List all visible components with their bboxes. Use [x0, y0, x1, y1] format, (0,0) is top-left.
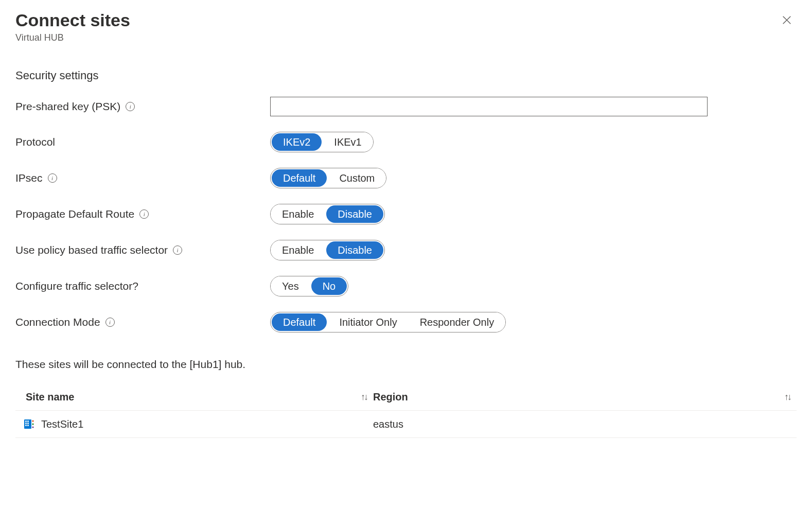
toggle-propagate: Enable Disable: [270, 204, 385, 224]
row-connection-mode: Connection Mode i Default Initiator Only…: [15, 312, 797, 332]
cell-site-name: TestSite1: [15, 418, 373, 430]
svg-point-10: [32, 424, 34, 425]
toggle-policy-disable[interactable]: Disable: [326, 241, 383, 259]
header-site-name[interactable]: Site name ↑↓: [15, 391, 373, 403]
label-propagate-text: Propagate Default Route: [15, 208, 134, 220]
label-ipsec-text: IPsec: [15, 172, 43, 184]
svg-rect-4: [27, 421, 29, 422]
table-row[interactable]: TestSite1 eastus: [15, 411, 797, 438]
sort-icon: ↑↓: [784, 392, 790, 402]
label-psk-text: Pre-shared key (PSK): [15, 100, 120, 113]
toggle-ipsec: Default Custom: [270, 168, 386, 188]
label-configure-selector: Configure traffic selector?: [15, 280, 270, 292]
toggle-policy-enable[interactable]: Enable: [271, 240, 325, 260]
svg-rect-7: [25, 425, 27, 426]
label-protocol: Protocol: [15, 136, 270, 148]
row-policy-selector: Use policy based traffic selector i Enab…: [15, 240, 797, 260]
row-ipsec: IPsec i Default Custom: [15, 168, 797, 188]
label-configure-selector-text: Configure traffic selector?: [15, 280, 138, 292]
row-configure-selector: Configure traffic selector? Yes No: [15, 276, 797, 296]
sites-table: Site name ↑↓ Region ↑↓: [15, 391, 797, 438]
building-icon: [23, 418, 35, 430]
svg-rect-8: [27, 425, 29, 426]
label-propagate: Propagate Default Route i: [15, 208, 270, 220]
toggle-connection-mode: Default Initiator Only Responder Only: [270, 312, 506, 332]
info-icon[interactable]: i: [105, 318, 115, 327]
svg-point-9: [32, 421, 34, 422]
header-region[interactable]: Region ↑↓: [373, 391, 797, 403]
svg-rect-6: [27, 423, 29, 424]
panel-title: Connect sites: [15, 10, 130, 30]
toggle-configure-no[interactable]: No: [311, 277, 347, 295]
header-titles: Connect sites Virtual HUB: [15, 10, 130, 43]
svg-rect-3: [25, 421, 27, 422]
close-button[interactable]: [777, 10, 797, 31]
row-protocol: Protocol IKEv2 IKEv1: [15, 132, 797, 152]
panel-header: Connect sites Virtual HUB: [15, 10, 797, 43]
toggle-protocol-ikev1[interactable]: IKEv1: [323, 132, 373, 152]
info-icon[interactable]: i: [126, 102, 135, 111]
svg-point-11: [32, 427, 34, 428]
panel-subtitle: Virtual HUB: [15, 32, 130, 43]
label-policy-selector: Use policy based traffic selector i: [15, 244, 270, 256]
toggle-mode-default[interactable]: Default: [272, 313, 327, 331]
label-protocol-text: Protocol: [15, 136, 55, 148]
row-propagate: Propagate Default Route i Enable Disable: [15, 204, 797, 224]
toggle-propagate-enable[interactable]: Enable: [271, 204, 325, 224]
label-connection-mode: Connection Mode i: [15, 316, 270, 328]
toggle-propagate-disable[interactable]: Disable: [326, 205, 383, 223]
toggle-protocol-ikev2[interactable]: IKEv2: [272, 133, 322, 151]
header-site-name-text: Site name: [26, 391, 74, 403]
sites-description: These sites will be connected to the [Hu…: [15, 358, 797, 371]
close-icon: [781, 14, 792, 26]
toggle-protocol: IKEv2 IKEv1: [270, 132, 374, 152]
section-heading-security: Security settings: [15, 69, 797, 82]
toggle-mode-responder[interactable]: Responder Only: [409, 312, 506, 332]
toggle-ipsec-custom[interactable]: Custom: [328, 168, 386, 188]
info-icon[interactable]: i: [139, 209, 149, 219]
cell-region: eastus: [373, 418, 797, 430]
row-psk: Pre-shared key (PSK) i: [15, 97, 797, 116]
svg-rect-5: [25, 423, 27, 424]
cell-site-name-text: TestSite1: [41, 418, 83, 430]
info-icon[interactable]: i: [48, 173, 57, 183]
label-psk: Pre-shared key (PSK) i: [15, 100, 270, 113]
header-region-text: Region: [373, 391, 408, 403]
toggle-configure-selector: Yes No: [270, 276, 348, 296]
table-header: Site name ↑↓ Region ↑↓: [15, 391, 797, 411]
label-ipsec: IPsec i: [15, 172, 270, 184]
label-connection-mode-text: Connection Mode: [15, 316, 100, 328]
psk-input[interactable]: [270, 97, 708, 116]
label-policy-selector-text: Use policy based traffic selector: [15, 244, 168, 256]
toggle-mode-initiator[interactable]: Initiator Only: [328, 312, 408, 332]
info-icon[interactable]: i: [173, 246, 182, 255]
toggle-ipsec-default[interactable]: Default: [272, 169, 327, 187]
sort-icon: ↑↓: [361, 392, 367, 402]
toggle-policy-selector: Enable Disable: [270, 240, 385, 260]
toggle-configure-yes[interactable]: Yes: [271, 276, 310, 296]
